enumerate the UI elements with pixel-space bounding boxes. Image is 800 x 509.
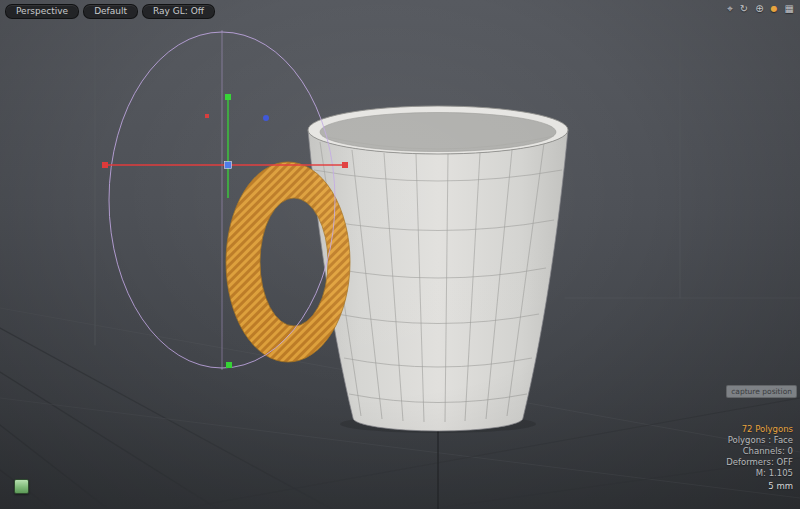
raygl-toggle-button[interactable]: Ray GL: Off bbox=[142, 4, 215, 19]
scene-canvas[interactable] bbox=[0, 0, 800, 509]
channels-label: Channels: 0 bbox=[726, 446, 793, 457]
memory-label: M: 1.105 bbox=[726, 468, 793, 479]
gizmo-y-handle-bottom[interactable] bbox=[226, 362, 232, 368]
gizmo-center-handle[interactable] bbox=[225, 162, 232, 169]
deformers-label: Deformers: OFF bbox=[726, 457, 793, 468]
target-icon[interactable]: ⌖ bbox=[727, 3, 733, 15]
gizmo-x-handle-right[interactable] bbox=[342, 162, 348, 168]
viewport-nav-icons: ⌖ ↻ ⊕ ● ▦ bbox=[727, 3, 794, 15]
gizmo-x-dot[interactable] bbox=[205, 114, 209, 118]
viewport-stats: 72 Polygons Polygons : Face Channels: 0 … bbox=[726, 424, 793, 492]
mug-handle-selected[interactable] bbox=[226, 162, 350, 362]
grid-size-label: 5 mm bbox=[726, 481, 793, 492]
shading-mode-button[interactable]: Default bbox=[83, 4, 138, 19]
viewport-header: Perspective Default Ray GL: Off bbox=[5, 4, 215, 19]
selection-mode-label: Polygons : Face bbox=[726, 435, 793, 446]
item-color-swatch[interactable] bbox=[14, 479, 29, 494]
gl-status-icon[interactable]: ● bbox=[771, 3, 778, 15]
zoom-icon[interactable]: ⊕ bbox=[755, 3, 763, 15]
grid-icon[interactable]: ▦ bbox=[785, 3, 794, 15]
gizmo-x-handle-left[interactable] bbox=[102, 162, 108, 168]
gizmo-y-handle-top[interactable] bbox=[225, 94, 231, 100]
view-mode-button[interactable]: Perspective bbox=[5, 4, 79, 19]
gizmo-z-dot[interactable] bbox=[263, 115, 269, 121]
rotate-icon[interactable]: ↻ bbox=[740, 3, 748, 15]
polygon-count-label: 72 Polygons bbox=[726, 424, 793, 435]
rotation-manipulator[interactable] bbox=[109, 30, 335, 370]
capture-position-label: capture position bbox=[726, 385, 797, 398]
3d-viewport[interactable]: Perspective Default Ray GL: Off ⌖ ↻ ⊕ ● … bbox=[0, 0, 800, 509]
mug-rim-inner bbox=[320, 113, 556, 152]
